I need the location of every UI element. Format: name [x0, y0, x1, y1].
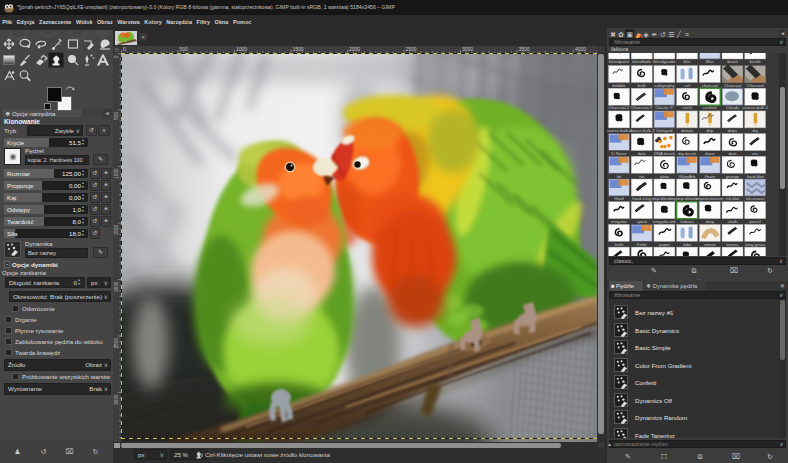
svg-text:fel: fel: [617, 174, 622, 179]
svg-text:dry: dry: [752, 128, 759, 133]
svg-text:bulk: bulk: [638, 83, 647, 88]
svg-text:imp-blending: imp-blending: [652, 196, 677, 201]
svg-text:cel: cel: [684, 83, 690, 88]
svg-text:paper: paper: [659, 242, 671, 247]
svg-text:ink-blot: ink-blot: [726, 196, 741, 201]
svg-text:blur: blur: [684, 59, 692, 64]
svg-text:knife: knife: [614, 242, 624, 247]
svg-text:3000: 3000: [462, 46, 473, 52]
svg-text:calligraphy: calligraphy: [654, 83, 675, 88]
svg-text:smear: smear: [704, 242, 717, 247]
svg-text:Classic P.: Classic P.: [655, 105, 674, 110]
svg-text:Clouds: Clouds: [726, 105, 739, 110]
svg-text:2000: 2000: [114, 281, 119, 292]
svg-text:Delayed: Delayed: [657, 128, 673, 133]
svg-text:irregular-ink: irregular-ink: [653, 219, 677, 224]
svg-text:Grain: Grain: [705, 174, 716, 179]
svg-text:circle: circle: [682, 105, 693, 110]
svg-text:Blur: Blur: [706, 59, 714, 64]
svg-text:✿: ✿: [618, 31, 624, 38]
svg-text:ers: ers: [752, 151, 758, 156]
svg-text:Hard: Hard: [614, 196, 624, 201]
svg-text:blendgradie: blendgradie: [653, 59, 676, 64]
svg-text:Charcoal: Charcoal: [724, 83, 741, 88]
svg-text:dune: dune: [705, 151, 715, 156]
svg-text:confetti: confetti: [703, 105, 717, 110]
svg-text:details: details: [681, 128, 693, 133]
svg-text:0: 0: [123, 46, 126, 52]
svg-text:tube: tube: [683, 242, 692, 247]
svg-text:fur: fur: [639, 174, 645, 179]
svg-text:✖: ✖: [610, 31, 616, 38]
svg-text:chalk: chalk: [727, 219, 738, 224]
svg-text:impressionism: impressionism: [696, 196, 724, 201]
svg-text:glow: glow: [660, 174, 670, 179]
svg-text:↺: ↺: [660, 31, 666, 38]
svg-text:0: 0: [114, 55, 119, 58]
svg-text:charcoal: charcoal: [702, 83, 718, 88]
svg-text:dust: dust: [728, 151, 737, 156]
svg-text:Charcoal-3: Charcoal-3: [631, 105, 653, 110]
svg-text:bubble: bubble: [613, 83, 627, 88]
svg-text:3000: 3000: [114, 394, 119, 405]
svg-text:Charcoal: Charcoal: [747, 83, 764, 88]
svg-text:1500: 1500: [114, 225, 119, 236]
svg-text:dots: dots: [638, 151, 646, 156]
svg-text:hard-sling: hard-sling: [632, 196, 651, 201]
svg-text:irregular: irregular: [611, 219, 627, 224]
svg-text:imp-details: imp-details: [677, 196, 698, 201]
svg-text:coarse-bulk-3: coarse-bulk-3: [629, 128, 656, 133]
svg-text:500: 500: [114, 112, 119, 120]
svg-text:hard-blot: hard-blot: [747, 174, 765, 179]
svg-text:coarse-bulk-1: coarse-bulk-1: [742, 105, 769, 110]
svg-text:Knife: Knife: [637, 242, 647, 247]
svg-text:long-grass: long-grass: [745, 242, 765, 247]
svg-text:1000: 1000: [236, 46, 247, 52]
svg-text:500: 500: [180, 46, 189, 52]
svg-text:ink-eraser: ink-eraser: [746, 196, 766, 201]
svg-text:blendpaint: blendpaint: [609, 59, 630, 64]
svg-text:≡: ≡: [685, 31, 689, 38]
svg-text:2000: 2000: [349, 46, 360, 52]
svg-text:leaves: leaves: [726, 242, 738, 247]
svg-text:4000: 4000: [575, 46, 586, 52]
svg-text:drop: drop: [705, 219, 714, 224]
svg-text:brush: brush: [727, 59, 738, 64]
svg-text:DNA-brush: DNA-brush: [654, 151, 676, 156]
svg-text:◈: ◈: [643, 31, 649, 38]
svg-text:3500: 3500: [519, 46, 530, 52]
svg-text:Charcoal-2: Charcoal-2: [608, 105, 630, 110]
svg-text:1000: 1000: [114, 168, 119, 179]
svg-text:2500: 2500: [406, 46, 417, 52]
svg-text:kabura: kabura: [681, 219, 695, 224]
svg-text:1500: 1500: [293, 46, 304, 52]
svg-text:GlowArb: GlowArb: [679, 174, 696, 179]
svg-text:☰: ☰: [668, 31, 674, 38]
svg-text:bristle: bristle: [749, 59, 761, 64]
svg-text:drip: drip: [706, 128, 714, 133]
svg-text:2500: 2500: [114, 338, 119, 349]
svg-text:dry-brush: dry-brush: [678, 151, 697, 156]
svg-text:grunge: grunge: [726, 174, 740, 179]
svg-text:D.Noise: D.Noise: [611, 151, 627, 156]
svg-text:blendfade: blendfade: [632, 59, 651, 64]
svg-text:✒: ✒: [652, 31, 658, 38]
svg-text:pencil: pencil: [750, 219, 761, 224]
svg-text:spiral: spiral: [637, 219, 647, 224]
svg-text:drips: drips: [728, 128, 737, 133]
svg-text:▣: ▣: [627, 31, 634, 38]
